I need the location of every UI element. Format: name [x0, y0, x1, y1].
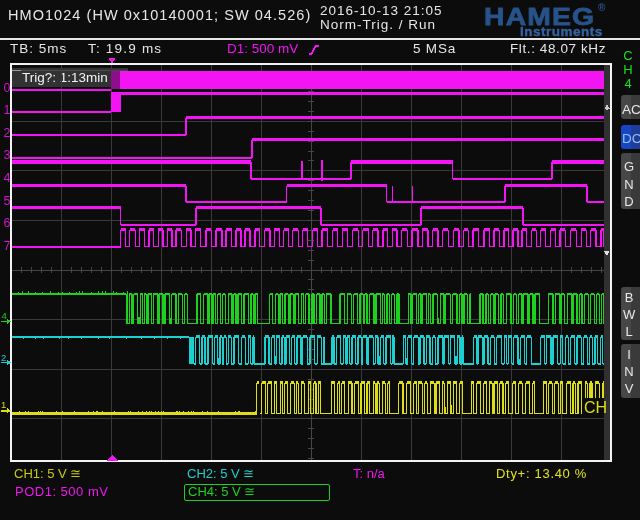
svg-text:1: 1 [4, 103, 11, 117]
svg-text:0: 0 [4, 81, 11, 95]
svg-text:1: 1 [1, 399, 6, 410]
svg-text:3: 3 [4, 148, 11, 162]
svg-text:CH: CH [584, 399, 607, 416]
svg-text:6: 6 [4, 216, 11, 230]
svg-text:5: 5 [4, 194, 11, 208]
svg-text:2: 2 [4, 126, 11, 140]
svg-text:4: 4 [2, 310, 7, 321]
svg-text:7: 7 [4, 239, 11, 253]
svg-text:4: 4 [4, 171, 11, 185]
svg-text:2: 2 [1, 352, 6, 363]
